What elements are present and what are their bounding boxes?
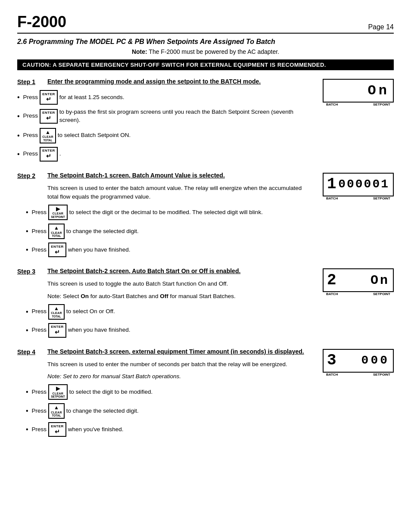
- step4-header: Step 4 The Setpoint Batch-3 screen, exte…: [17, 348, 314, 358]
- up-cleartotal-button-4[interactable]: ▲ CLEAR TOTAL: [48, 403, 65, 419]
- step2-disp-left: 1: [327, 177, 336, 192]
- step4-bullet3: Press ENTER ↵ when you've finished.: [26, 422, 314, 437]
- step4-bullet2: Press ▲ CLEAR TOTAL to change the select…: [26, 403, 314, 419]
- step1-b1-before: Press: [23, 93, 38, 102]
- step1-display: On BATCH SETPOINT: [323, 79, 394, 106]
- step3-disp-labels: BATCH SETPOINT: [323, 292, 394, 296]
- step2-setpoint-label: SETPOINT: [373, 196, 390, 200]
- step4-row: Step 4 The Setpoint Batch-3 screen, exte…: [17, 348, 394, 441]
- step3-display: 2 On BATCH SETPOINT: [323, 268, 394, 296]
- page-number: Page 14: [368, 23, 394, 31]
- right-clearsetpoint-button-1[interactable]: ▶ CLEAR SETPOINT: [48, 205, 68, 220]
- step2-description: This screen is used to enter the batch a…: [47, 184, 314, 202]
- step1-title: Enter the programming mode and assign th…: [47, 78, 261, 85]
- step1-lcd: On: [323, 79, 394, 103]
- step2-b2-before: Press: [32, 227, 47, 236]
- step2-title: The Setpoint Batch-1 screen, Batch Amoun…: [47, 172, 225, 179]
- step2-disp-labels: BATCH SETPOINT: [323, 196, 394, 200]
- step4-b1-before: Press: [32, 388, 47, 396]
- step3-bullet2: Press ENTER ↵ when you have finished.: [26, 323, 314, 338]
- step1-bullets: Press ENTER ↵ for at least 1.25 seconds.…: [17, 90, 314, 162]
- enter-button-6[interactable]: ENTER ↵: [48, 422, 66, 437]
- enter-button-1[interactable]: ENTER ↵: [40, 90, 58, 105]
- step3-row: Step 3 The Setpoint Batch-2 screen, Auto…: [17, 268, 394, 341]
- step3-description: This screen is used to toggle the auto B…: [47, 280, 314, 288]
- step4-disp-right: 000: [361, 355, 389, 367]
- step4-description: This screen is used to enter the number …: [47, 360, 314, 369]
- step4-bullets: Press ▶ CLEAR SETPOINT to select the dig…: [26, 384, 314, 437]
- step3-lcd: 2 On: [323, 268, 394, 292]
- step3-b1-before: Press: [32, 308, 47, 316]
- step3-left: Step 3 The Setpoint Batch-2 screen, Auto…: [17, 268, 314, 341]
- step4-b1-after: to select the digit to be modified.: [69, 388, 153, 396]
- step4-batch-label: BATCH: [326, 373, 338, 376]
- step1-bullet2: Press ENTER ↵ to by-pass the first six p…: [17, 108, 314, 124]
- step1-setpoint-label: SETPOINT: [373, 103, 390, 106]
- step1-b2-before: Press: [23, 112, 38, 120]
- page-header: F-2000 Page 14: [17, 13, 394, 34]
- step2-left: Step 2 The Setpoint Batch-1 screen, Batc…: [17, 172, 314, 261]
- step1-b2-after: to by-pass the first six program screens…: [59, 108, 314, 124]
- step2-bullet3: Press ENTER ↵ when you have finished.: [26, 243, 314, 257]
- step1-label: Step 1: [17, 78, 47, 85]
- step3-note: Note: Select On for auto-Start Batches a…: [47, 292, 314, 301]
- up-cleartotal-button-1[interactable]: ▲ CLEAR TOTAL: [40, 128, 56, 143]
- enter-button-4[interactable]: ENTER ↵: [48, 243, 66, 257]
- step1-b4-after: .: [59, 150, 61, 158]
- step2-b1-before: Press: [32, 208, 47, 217]
- step4-label: Step 4: [17, 348, 47, 355]
- section-heading: 2.6 Programming The MODEL PC & PB When S…: [17, 38, 394, 46]
- section-note: Note: The F-2000 must be powered by the …: [17, 48, 394, 55]
- step2-row: Step 2 The Setpoint Batch-1 screen, Batc…: [17, 172, 394, 261]
- step2-batch-label: BATCH: [326, 196, 338, 200]
- caution-bar: CAUTION: A SEPARATE EMERGENCY SHUT-OFF S…: [17, 59, 394, 70]
- step3-label: Step 3: [17, 268, 47, 275]
- step4-b3-before: Press: [32, 426, 47, 434]
- step1-bullet3: Press ▲ CLEAR TOTAL to select Batch Setp…: [17, 128, 314, 143]
- step4-disp-labels: BATCH SETPOINT: [323, 373, 394, 376]
- step4-setpoint-label: SETPOINT: [373, 373, 390, 376]
- step2-lcd: 1 000001: [323, 173, 394, 196]
- step1-header: Step 1 Enter the programming mode and as…: [17, 78, 314, 87]
- step4-lcd: 3 000: [323, 349, 394, 373]
- step2-bullets: Press ▶ CLEAR SETPOINT to select the dig…: [26, 205, 314, 257]
- step3-title: The Setpoint Batch-2 screen, Auto Batch …: [47, 268, 240, 274]
- step4-left: Step 4 The Setpoint Batch-3 screen, exte…: [17, 348, 314, 441]
- enter-button-5[interactable]: ENTER ↵: [48, 323, 66, 338]
- step1-disp-on: On: [368, 84, 389, 98]
- step3-disp-right: On: [371, 274, 389, 287]
- step2-display: 1 000001 BATCH SETPOINT: [323, 173, 394, 200]
- page-title: F-2000: [17, 13, 66, 31]
- step2-bullet1: Press ▶ CLEAR SETPOINT to select the dig…: [26, 205, 314, 220]
- step1-batch-label: BATCH: [326, 103, 338, 106]
- step2-label: Step 2: [17, 172, 47, 179]
- step2-b2-after: to change the selected digit.: [66, 227, 139, 236]
- step1-left: Step 1 Enter the programming mode and as…: [17, 78, 314, 165]
- step4-b3-after: when you've finished.: [68, 426, 124, 434]
- step1-b4-before: Press: [23, 150, 38, 158]
- step3-bullet1: Press ▲ CLEAR TOTAL to select On or Off.: [26, 304, 314, 320]
- step2-bullet2: Press ▲ CLEAR TOTAL to change the select…: [26, 224, 314, 239]
- step4-b2-after: to change the selected digit.: [66, 407, 139, 415]
- step2-b1-after: to select the digit or the decimal to be…: [69, 208, 263, 217]
- step4-bullet1: Press ▶ CLEAR SETPOINT to select the dig…: [26, 384, 314, 400]
- enter-button-3[interactable]: ENTER ↵: [40, 147, 58, 162]
- step4-title: The Setpoint Batch-3 screen, external eq…: [47, 348, 304, 355]
- step3-b2-before: Press: [32, 326, 47, 334]
- up-cleartotal-button-3[interactable]: ▲ CLEAR TOTAL: [48, 304, 65, 320]
- step1-row: Step 1 Enter the programming mode and as…: [17, 78, 394, 165]
- step2-header: Step 2 The Setpoint Batch-1 screen, Batc…: [17, 172, 314, 181]
- step3-bullets: Press ▲ CLEAR TOTAL to select On or Off.…: [26, 304, 314, 338]
- step1-disp-labels: BATCH SETPOINT: [323, 103, 394, 106]
- up-cleartotal-button-2[interactable]: ▲ CLEAR TOTAL: [48, 224, 65, 239]
- step2-disp-right: 000001: [338, 178, 389, 190]
- step1-bullet1: Press ENTER ↵ for at least 1.25 seconds.: [17, 90, 314, 105]
- step1-b1-after: for at least 1.25 seconds.: [59, 93, 125, 102]
- step3-b1-after: to select On or Off.: [66, 308, 115, 316]
- step1-bullet4: Press ENTER ↵ .: [17, 147, 314, 162]
- right-clearsetpoint-button-2[interactable]: ▶ CLEAR SETPOINT: [48, 384, 68, 400]
- step2-b3-before: Press: [32, 246, 47, 254]
- step2-b3-after: when you have finished.: [68, 246, 131, 254]
- step4-display: 3 000 BATCH SETPOINT: [323, 349, 394, 376]
- enter-button-2[interactable]: ENTER ↵: [40, 109, 58, 124]
